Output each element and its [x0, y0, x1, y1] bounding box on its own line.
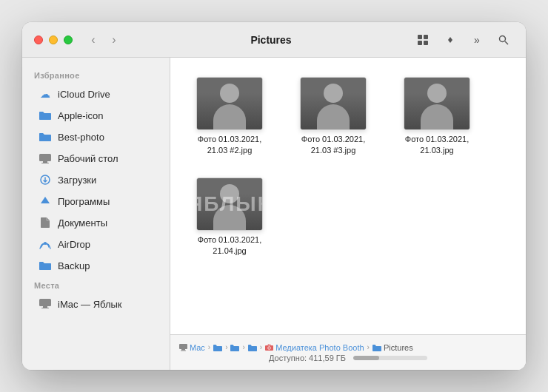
window-title: Pictures: [129, 34, 413, 46]
svg-line-5: [505, 41, 508, 44]
file-area: Фото 01.03.2021, 21.03 #2.jpg Фото 01.03…: [170, 58, 526, 370]
folder-icon: [39, 130, 52, 143]
file-name: Фото 01.03.2021, 21.03.jpg: [400, 134, 474, 157]
svg-rect-2: [418, 41, 422, 45]
sidebar-item-downloads[interactable]: Загрузки: [27, 169, 165, 190]
sidebar-item-label: iMac — Яблык: [58, 299, 122, 310]
sidebar-item-label: Best-photo: [58, 132, 104, 143]
sidebar-item-desktop[interactable]: Рабочий стол: [27, 148, 165, 169]
svg-rect-1: [424, 35, 428, 39]
sidebar-item-apple-icon[interactable]: Apple-icon: [27, 105, 165, 126]
traffic-lights: [34, 36, 73, 44]
more-button[interactable]: »: [467, 31, 487, 49]
breadcrumb-item[interactable]: [213, 344, 222, 351]
statusbar: Mac › › › ›: [170, 334, 526, 370]
breadcrumb-item[interactable]: [230, 344, 239, 351]
svg-rect-11: [43, 306, 47, 308]
file-item[interactable]: ЯБЛЫК Фото 01.03.2021, 21.04.jpg: [185, 173, 274, 262]
svg-rect-15: [181, 350, 186, 351]
breadcrumb-item[interactable]: Mac: [179, 343, 205, 352]
breadcrumb: Mac › › › ›: [179, 343, 517, 352]
sort-button[interactable]: [440, 31, 461, 49]
svg-rect-16: [265, 345, 273, 351]
search-button[interactable]: [493, 31, 514, 49]
forward-button[interactable]: ›: [105, 31, 123, 49]
breadcrumb-item-pictures[interactable]: Pictures: [372, 343, 413, 352]
file-item[interactable]: Фото 01.03.2021, 21.03 #3.jpg: [289, 72, 378, 161]
favorites-label: Избранное: [22, 67, 170, 83]
imac-icon: [39, 297, 52, 311]
folder-icon: [39, 259, 52, 272]
svg-rect-6: [39, 154, 51, 161]
finder-window: ‹ › Pictures »: [22, 22, 526, 370]
breadcrumb-sep: ›: [260, 343, 262, 351]
sidebar-item-label: Apple-icon: [58, 110, 103, 121]
breadcrumb-sep: ›: [208, 343, 210, 351]
sidebar-item-label: Рабочий стол: [58, 153, 118, 164]
sidebar: Избранное ☁ iCloud Drive Apple-icon: [22, 58, 170, 370]
airdrop-icon: [39, 237, 52, 251]
sidebar-item-imac[interactable]: iMac — Яблык: [27, 294, 165, 314]
file-name: Фото 01.03.2021, 21.04.jpg: [193, 234, 267, 257]
titlebar: ‹ › Pictures »: [22, 22, 526, 58]
downloads-icon: [39, 173, 52, 186]
svg-point-4: [500, 36, 506, 41]
file-thumbnail: ЯБЛЫК: [196, 178, 263, 231]
grid-view-button[interactable]: [413, 31, 434, 49]
svg-rect-0: [418, 35, 422, 39]
desktop-icon: [39, 152, 52, 165]
sidebar-item-best-photo[interactable]: Best-photo: [27, 126, 165, 147]
svg-rect-10: [39, 299, 51, 306]
storage-label: Доступно: 411,59 ГБ: [269, 354, 346, 362]
breadcrumb-sep: ›: [367, 343, 370, 351]
file-name: Фото 01.03.2021, 21.03 #3.jpg: [296, 134, 370, 157]
breadcrumb-label: Медиатека Photo Booth: [275, 343, 364, 352]
back-button[interactable]: ‹: [84, 31, 102, 49]
breadcrumb-item[interactable]: [248, 344, 257, 351]
nav-buttons: ‹ ›: [84, 31, 123, 49]
file-item[interactable]: Фото 01.03.2021, 21.03 #2.jpg: [185, 72, 274, 161]
sidebar-item-label: Backup: [58, 260, 90, 271]
breadcrumb-sep: ›: [225, 343, 227, 351]
file-thumbnail: [404, 77, 470, 130]
breadcrumb-item-photobooth[interactable]: Медиатека Photo Booth: [265, 343, 364, 352]
breadcrumb-label: Pictures: [384, 343, 413, 352]
programs-icon: [39, 195, 52, 208]
file-thumbnail: [300, 77, 367, 130]
sidebar-item-label: Программы: [58, 196, 110, 207]
files-grid: Фото 01.03.2021, 21.03 #2.jpg Фото 01.03…: [170, 58, 526, 334]
close-button[interactable]: [34, 36, 43, 44]
storage-bar: [353, 356, 427, 360]
svg-rect-3: [424, 41, 428, 45]
sidebar-item-label: iCloud Drive: [58, 89, 110, 100]
sidebar-item-backup[interactable]: Backup: [27, 255, 165, 276]
main-content: Избранное ☁ iCloud Drive Apple-icon: [22, 58, 526, 370]
sidebar-item-airdrop[interactable]: AirDrop: [27, 234, 165, 254]
toolbar-right: »: [413, 31, 514, 49]
svg-rect-13: [179, 344, 187, 349]
folder-icon: [39, 109, 52, 122]
file-thumbnail: [196, 77, 263, 130]
svg-rect-14: [181, 349, 185, 351]
storage-fill: [353, 356, 379, 360]
sidebar-item-label: AirDrop: [58, 239, 90, 250]
maximize-button[interactable]: [64, 36, 73, 44]
file-name: Фото 01.03.2021, 21.03 #2.jpg: [193, 134, 267, 157]
sidebar-item-label: Документы: [58, 217, 107, 229]
sidebar-item-programs[interactable]: Программы: [27, 191, 165, 212]
places-label: Места: [22, 277, 170, 293]
sidebar-item-documents[interactable]: Документы: [27, 212, 165, 233]
sidebar-item-icloud[interactable]: ☁ iCloud Drive: [27, 84, 165, 104]
breadcrumb-sep: ›: [242, 343, 244, 351]
storage-row: Доступно: 411,59 ГБ: [179, 354, 517, 362]
file-item[interactable]: Фото 01.03.2021, 21.03.jpg: [392, 72, 481, 161]
svg-rect-8: [41, 163, 49, 163]
svg-rect-7: [43, 161, 47, 163]
breadcrumb-label: Mac: [190, 343, 205, 352]
cloud-icon: ☁: [39, 87, 52, 101]
minimize-button[interactable]: [49, 36, 58, 44]
sidebar-item-label: Загрузки: [58, 175, 96, 186]
svg-rect-12: [41, 308, 49, 308]
documents-icon: [39, 216, 52, 229]
